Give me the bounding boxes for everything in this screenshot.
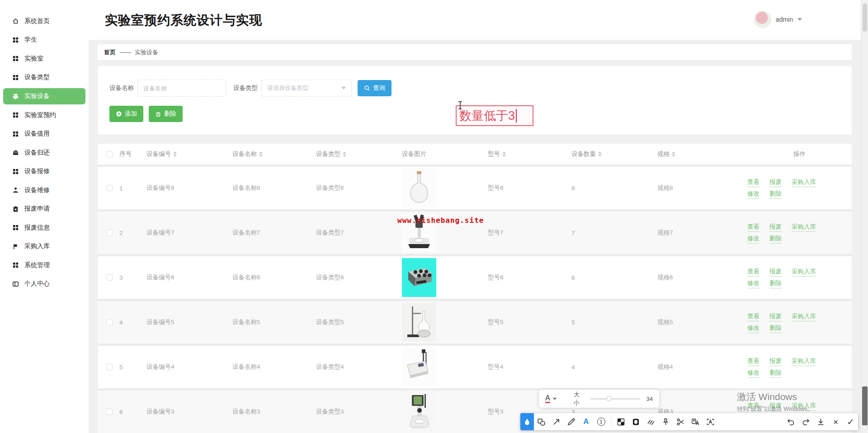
delete-link[interactable]: 删除: [769, 190, 782, 198]
cell-index: 5: [119, 364, 123, 371]
close-button[interactable]: ×: [828, 413, 843, 430]
scrap-link[interactable]: 报废: [769, 223, 782, 231]
sidebar-item-personal-center[interactable]: 个人中心: [0, 275, 89, 294]
sidebar-item-system-management[interactable]: 系统管理: [0, 256, 89, 275]
sidebar-item-device-repair-report[interactable]: 设备报修: [0, 162, 89, 181]
sort-icon[interactable]: [259, 151, 263, 157]
delete-link[interactable]: 删除: [769, 324, 782, 332]
chevron-down-icon[interactable]: [553, 398, 557, 400]
sort-icon[interactable]: [598, 151, 602, 157]
sidebar-item-labs[interactable]: 实验室: [0, 49, 89, 68]
sort-icon[interactable]: [502, 151, 506, 157]
scrap-link[interactable]: 报废: [769, 357, 782, 365]
hatch-tool-button[interactable]: [643, 413, 658, 430]
font-size-slider[interactable]: [590, 396, 640, 401]
row-checkbox[interactable]: [106, 409, 113, 415]
purchase-link[interactable]: 采购入库: [792, 357, 816, 365]
row-checkbox[interactable]: [106, 230, 113, 236]
edit-link[interactable]: 修改: [747, 324, 760, 332]
sidebar-item-lab-equipment[interactable]: 实验设备: [3, 88, 85, 104]
select-all-checkbox[interactable]: [106, 151, 113, 157]
sort-icon[interactable]: [173, 151, 177, 157]
row-checkbox[interactable]: [106, 274, 113, 281]
row-checkbox[interactable]: [106, 319, 113, 325]
sidebar-item-students[interactable]: 学生: [0, 31, 89, 50]
view-link[interactable]: 查看: [747, 357, 760, 365]
blur-icon: [632, 418, 640, 426]
redo-button[interactable]: [798, 413, 813, 430]
sidebar-item-home[interactable]: 系统首页: [0, 12, 89, 31]
font-color-button[interactable]: A: [545, 394, 550, 403]
edit-link[interactable]: 修改: [747, 190, 760, 198]
delete-link[interactable]: 删除: [769, 235, 782, 243]
edit-link[interactable]: 修改: [747, 279, 760, 287]
pin-tool-button[interactable]: [658, 413, 673, 430]
pen-tool-button[interactable]: [564, 413, 579, 430]
active-tool-button[interactable]: [520, 413, 534, 430]
page-scrollbar[interactable]: [861, 0, 868, 433]
purchase-link[interactable]: 采购入库: [792, 178, 816, 186]
sidebar-item-device-borrow[interactable]: 设备借用: [0, 125, 89, 144]
sidebar-item-device-maintenance[interactable]: 设备维修: [0, 181, 89, 200]
sidebar-item-label: 实验室: [24, 55, 43, 63]
add-button[interactable]: 添加: [109, 106, 143, 122]
cut-tool-button[interactable]: [673, 413, 688, 430]
blur-tool-button[interactable]: [628, 413, 643, 430]
edit-link[interactable]: 修改: [747, 235, 760, 243]
delete-button[interactable]: 删除: [149, 106, 183, 122]
shapes-tool-button[interactable]: [534, 413, 549, 430]
view-link[interactable]: 查看: [747, 312, 760, 320]
sidebar-item-label: 设备报修: [24, 167, 50, 175]
cell-spec: 规格4: [657, 363, 673, 371]
cell-name: 设备名称5: [232, 318, 260, 326]
view-link[interactable]: 查看: [747, 223, 760, 231]
delete-link[interactable]: 删除: [769, 279, 782, 287]
purchase-link[interactable]: 采购入库: [792, 268, 816, 276]
download-button[interactable]: [813, 413, 828, 430]
view-link[interactable]: 查看: [747, 178, 760, 186]
text-tool-button[interactable]: A: [579, 413, 594, 430]
ocr-tool-button[interactable]: [703, 413, 718, 430]
breadcrumb-separator: ——: [120, 49, 130, 56]
purchase-link[interactable]: 采购入库: [792, 312, 816, 320]
scrollbar-thumb-top[interactable]: [863, 4, 867, 32]
device-name-input[interactable]: [137, 80, 226, 97]
step-number-tool-button[interactable]: 1: [594, 413, 609, 430]
cell-type: 设备类型4: [316, 363, 344, 371]
purchase-link[interactable]: 采购入库: [792, 223, 816, 231]
mosaic-tool-button[interactable]: [613, 413, 628, 430]
row-checkbox[interactable]: [106, 364, 113, 370]
confirm-button[interactable]: ✓: [843, 413, 858, 430]
translate-tool-button[interactable]: [688, 413, 703, 430]
sidebar-item-scrap-info[interactable]: 报废信息: [0, 218, 89, 237]
sidebar-item-lab-reservation[interactable]: 实验室预约: [0, 106, 89, 125]
delete-link[interactable]: 删除: [769, 369, 782, 377]
cell-index: 1: [119, 185, 123, 192]
cell-code: 设备编号8: [146, 184, 175, 192]
breadcrumb-home[interactable]: 首页: [104, 48, 116, 56]
avatar[interactable]: [754, 11, 771, 28]
scrap-link[interactable]: 报废: [769, 178, 782, 186]
user-menu[interactable]: admin: [754, 11, 802, 28]
query-button[interactable]: 查询: [358, 80, 392, 96]
cell-index: 3: [119, 274, 123, 281]
sidebar-item-device-return[interactable]: 设备归还: [0, 143, 89, 162]
sort-icon[interactable]: [672, 151, 675, 157]
scrap-link[interactable]: 报废: [769, 312, 782, 320]
edit-link[interactable]: 修改: [747, 369, 760, 377]
annotation-textbox[interactable]: 数量低于3: [456, 105, 533, 126]
device-type-select[interactable]: 请选择设备类型: [261, 80, 352, 97]
sidebar-item-device-types[interactable]: 设备类型: [0, 68, 89, 87]
undo-button[interactable]: [783, 413, 798, 430]
scrollbar-thumb[interactable]: [862, 386, 868, 425]
view-link[interactable]: 查看: [747, 268, 760, 276]
device-name-label: 设备名称: [109, 84, 134, 92]
cell-type: 设备类型3: [316, 408, 344, 416]
sidebar-item-purchase-inbound[interactable]: 采购入库: [0, 237, 89, 256]
sidebar-item-scrap-apply[interactable]: 报废申请: [0, 200, 89, 219]
scrap-link[interactable]: 报废: [769, 268, 782, 276]
row-checkbox[interactable]: [106, 185, 113, 191]
slider-handle[interactable]: [606, 396, 612, 401]
sort-icon[interactable]: [343, 151, 346, 157]
arrow-tool-button[interactable]: [549, 413, 564, 430]
